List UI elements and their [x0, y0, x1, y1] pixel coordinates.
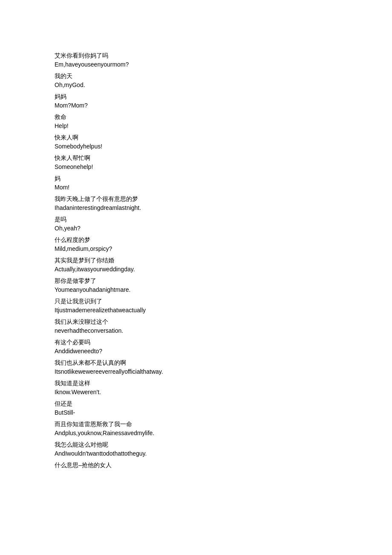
chinese-text: 妈妈 — [55, 92, 337, 101]
chinese-text: 救命 — [55, 113, 337, 122]
english-text: Actually,itwasyourweddingday. — [55, 265, 337, 274]
english-text: Oh,myGod. — [55, 81, 337, 90]
subtitle-block: 我昨天晚上做了个很有意思的梦Ihadaninterestingdreamlast… — [55, 195, 337, 212]
chinese-text: 我的天 — [55, 72, 337, 81]
english-text: Andplus,youknow,Rainessavedmylife. — [55, 429, 337, 438]
english-text: Iknow.Weweren't. — [55, 388, 337, 397]
subtitle-block: 我们也从来都不是认真的啊Itsnotlikewewereeverreallyof… — [55, 358, 337, 376]
chinese-text: 快来人帮忙啊 — [55, 154, 337, 163]
subtitle-container: 艾米你看到你妈了吗Em,haveyouseenyourmom?我的天Oh,myG… — [55, 51, 337, 470]
subtitle-block: 其实我是梦到了你结婚Actually,itwasyourweddingday. — [55, 256, 337, 274]
subtitle-block: 我的天Oh,myGod. — [55, 72, 337, 90]
chinese-text: 而且你知道雷恩斯救了我一命 — [55, 420, 337, 429]
english-text: Mom! — [55, 183, 337, 192]
subtitle-block: 艾米你看到你妈了吗Em,haveyouseenyourmom? — [55, 51, 337, 69]
subtitle-block: 快来人啊Somebodyhelpus! — [55, 133, 337, 151]
subtitle-block: 我们从来没聊过这个neverhadtheconversation. — [55, 317, 337, 335]
chinese-text: 我们也从来都不是认真的啊 — [55, 358, 337, 367]
english-text: Itsnotlikewewereeverreallyofficialthatwa… — [55, 367, 337, 376]
chinese-text: 妈 — [55, 174, 337, 183]
english-text: Mild,medium,orspicy? — [55, 244, 337, 253]
chinese-text: 什么意思–抢他的女人 — [55, 461, 337, 470]
subtitle-block: 我知道是这样Iknow.Weweren't. — [55, 379, 337, 397]
chinese-text: 什么程度的梦 — [55, 235, 337, 244]
english-text: Oh,yeah? — [55, 224, 337, 233]
chinese-text: 我昨天晚上做了个很有意思的梦 — [55, 195, 337, 203]
chinese-text: 我知道是这样 — [55, 379, 337, 388]
english-text: AndIwouldn'twanttodothattotheguy. — [55, 449, 337, 458]
chinese-text: 是吗 — [55, 215, 337, 224]
subtitle-block: 妈妈Mom?Mom? — [55, 92, 337, 110]
subtitle-block: 什么程度的梦Mild,medium,orspicy? — [55, 235, 337, 253]
chinese-text: 我怎么能这么对他呢 — [55, 440, 337, 449]
chinese-text: 只是让我意识到了 — [55, 297, 337, 306]
english-text: Mom?Mom? — [55, 101, 337, 110]
english-text: Em,haveyouseenyourmom? — [55, 60, 337, 69]
english-text: Anddidweneedto? — [55, 347, 337, 356]
chinese-text: 其实我是梦到了你结婚 — [55, 256, 337, 265]
english-text: Someonehelp! — [55, 163, 337, 171]
subtitle-block: 有这个必要吗Anddidweneedto? — [55, 338, 337, 356]
subtitle-block: 只是让我意识到了Itjustmademerealizethatweactuall… — [55, 297, 337, 315]
chinese-text: 那你是做零梦了 — [55, 276, 337, 285]
subtitle-block: 是吗Oh,yeah? — [55, 215, 337, 233]
subtitle-block: 快来人帮忙啊Someonehelp! — [55, 154, 337, 171]
subtitle-block: 但还是ButStill- — [55, 399, 337, 417]
english-text: Youmeanyouhadanightmare. — [55, 285, 337, 294]
chinese-text: 但还是 — [55, 399, 337, 408]
english-text: neverhadtheconversation. — [55, 326, 337, 335]
english-text: Itjustmademerealizethatweactually — [55, 306, 337, 315]
chinese-text: 艾米你看到你妈了吗 — [55, 51, 337, 60]
english-text: ButStill- — [55, 408, 337, 417]
subtitle-block: 我怎么能这么对他呢AndIwouldn'twanttodothattothegu… — [55, 440, 337, 458]
english-text: Help! — [55, 122, 337, 131]
subtitle-block: 那你是做零梦了Youmeanyouhadanightmare. — [55, 276, 337, 294]
chinese-text: 快来人啊 — [55, 133, 337, 142]
chinese-text: 有这个必要吗 — [55, 338, 337, 347]
subtitle-block: 妈Mom! — [55, 174, 337, 192]
subtitle-block: 什么意思–抢他的女人 — [55, 461, 337, 470]
subtitle-block: 救命Help! — [55, 113, 337, 131]
chinese-text: 我们从来没聊过这个 — [55, 317, 337, 326]
subtitle-block: 而且你知道雷恩斯救了我一命Andplus,youknow,Rainessaved… — [55, 420, 337, 438]
english-text: Somebodyhelpus! — [55, 142, 337, 151]
english-text: Ihadaninterestingdreamlastnight. — [55, 203, 337, 212]
